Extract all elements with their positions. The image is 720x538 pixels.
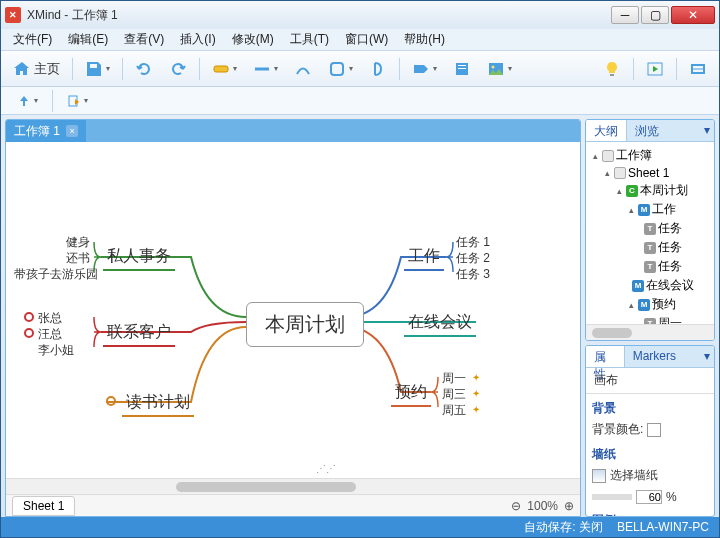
menubar: 文件(F) 编辑(E) 查看(V) 插入(I) 修改(M) 工具(T) 窗口(W… — [1, 29, 719, 51]
tree-toggle[interactable]: ▴ — [614, 186, 624, 196]
relationship-button[interactable] — [288, 56, 318, 82]
zoom-in-button[interactable]: ⊕ — [564, 499, 574, 513]
menu-view[interactable]: 查看(V) — [118, 29, 170, 50]
subtopic[interactable]: 任务 1 — [456, 234, 490, 251]
canvas-handle-icon[interactable]: ⋰⋰ — [316, 463, 336, 474]
topic-appointment[interactable]: 预约 — [391, 380, 431, 407]
star-marker-icon[interactable]: ✦ — [472, 404, 480, 415]
horizontal-scrollbar[interactable] — [6, 478, 580, 494]
svg-rect-4 — [458, 65, 466, 66]
home-button[interactable]: 主页 — [7, 56, 66, 82]
sheet-icon — [614, 167, 626, 179]
idea-button[interactable] — [597, 56, 627, 82]
maximize-button[interactable]: ▢ — [641, 6, 669, 24]
computer-name: BELLA-WIN7-PC — [617, 520, 709, 534]
sheet-tab[interactable]: Sheet 1 — [12, 496, 75, 516]
close-button[interactable]: ✕ — [671, 6, 715, 24]
subtopic[interactable]: 任务 2 — [456, 250, 490, 267]
note-button[interactable] — [447, 56, 477, 82]
subtopic[interactable]: 还书 — [66, 250, 90, 267]
subtopic[interactable]: 周一 — [442, 370, 466, 387]
topic-personal[interactable]: 私人事务 — [103, 244, 175, 271]
tab-markers[interactable]: Markers — [625, 346, 684, 367]
topic-button[interactable]: ▾ — [206, 56, 243, 82]
priority-marker-icon[interactable] — [24, 328, 34, 338]
redo-button[interactable] — [163, 56, 193, 82]
tab-properties[interactable]: 属性 — [586, 346, 625, 367]
svg-rect-8 — [610, 74, 614, 76]
marker-icon[interactable] — [106, 396, 116, 406]
save-icon — [85, 60, 103, 78]
star-marker-icon[interactable]: ✦ — [472, 372, 480, 383]
workbook-icon — [602, 150, 614, 162]
bg-section-label: 背景 — [592, 400, 708, 417]
subtopic[interactable]: 带孩子去游乐园 — [14, 266, 98, 283]
central-topic[interactable]: 本周计划 — [246, 302, 364, 347]
priority-marker-icon[interactable] — [24, 312, 34, 322]
central-node-icon: C — [626, 185, 638, 197]
main-toolbar: 主页 ▾ ▾ ▾ ▾ ▾ ▾ — [1, 51, 719, 87]
outline-scrollbar[interactable] — [586, 324, 714, 340]
subtopic[interactable]: 汪总 — [38, 326, 62, 343]
minimize-button[interactable]: ─ — [611, 6, 639, 24]
panel-menu-icon[interactable]: ▾ — [700, 120, 714, 141]
tree-toggle[interactable]: ▴ — [590, 151, 600, 161]
bulb-icon — [603, 60, 621, 78]
present-button[interactable] — [640, 56, 670, 82]
wallpaper-thumb-icon[interactable] — [592, 469, 606, 483]
canvas-panel: 工作簿 1 × — [5, 119, 581, 517]
tree-toggle[interactable]: ▴ — [602, 168, 612, 178]
menu-modify[interactable]: 修改(M) — [226, 29, 280, 50]
share-button[interactable] — [683, 56, 713, 82]
undo-icon — [135, 60, 153, 78]
drill-up-button[interactable]: ▾ — [11, 90, 44, 112]
undo-button[interactable] — [129, 56, 159, 82]
topic-contact[interactable]: 联系客户 — [103, 320, 175, 347]
subtopic-button[interactable]: ▾ — [247, 56, 284, 82]
subtopic[interactable]: 张总 — [38, 310, 62, 327]
subtopic[interactable]: 周五 — [442, 402, 466, 419]
tree-toggle[interactable]: ▴ — [626, 205, 636, 215]
tab-outline[interactable]: 大纲 — [586, 120, 627, 141]
bgcolor-swatch[interactable] — [647, 423, 661, 437]
zoom-level[interactable]: 100% — [527, 499, 558, 513]
export-button[interactable]: ▾ — [61, 90, 94, 112]
tree-toggle[interactable]: ▴ — [626, 300, 636, 310]
scrollbar-thumb[interactable] — [176, 482, 356, 492]
panel-menu-icon[interactable]: ▾ — [700, 346, 714, 367]
menu-help[interactable]: 帮助(H) — [398, 29, 451, 50]
select-wallpaper-button[interactable]: 选择墙纸 — [610, 467, 658, 484]
save-button[interactable]: ▾ — [79, 56, 116, 82]
relationship-icon — [294, 60, 312, 78]
titlebar: ✕ XMind - 工作簿 1 ─ ▢ ✕ — [1, 1, 719, 29]
tab-browse[interactable]: 浏览 — [627, 120, 667, 141]
statusbar: 自动保存: 关闭 BELLA-WIN7-PC — [1, 517, 719, 537]
subtopic[interactable]: 李小姐 — [38, 342, 74, 359]
opacity-slider[interactable] — [592, 494, 632, 500]
subtopic[interactable]: 健身 — [66, 234, 90, 251]
menu-window[interactable]: 窗口(W) — [339, 29, 394, 50]
tab-close-icon[interactable]: × — [66, 125, 78, 137]
menu-insert[interactable]: 插入(I) — [174, 29, 221, 50]
opacity-input[interactable] — [636, 490, 662, 504]
subtopic[interactable]: 周三 — [442, 386, 466, 403]
topic-meeting[interactable]: 在线会议 — [404, 310, 476, 337]
app-window: ✕ XMind - 工作簿 1 ─ ▢ ✕ 文件(F) 编辑(E) 查看(V) … — [0, 0, 720, 538]
star-marker-icon[interactable]: ✦ — [472, 388, 480, 399]
boundary-button[interactable]: ▾ — [322, 56, 359, 82]
subtopic-icon — [253, 60, 271, 78]
topic-reading[interactable]: 读书计划 — [122, 390, 194, 417]
menu-file[interactable]: 文件(F) — [7, 29, 58, 50]
mindmap-canvas[interactable]: 本周计划 私人事务 健身 还书 带孩子去游乐园 联系客户 张总 汪总 李小姐 读… — [6, 142, 580, 478]
autosave-status: 自动保存: 关闭 — [524, 519, 603, 536]
share-icon — [689, 60, 707, 78]
menu-tools[interactable]: 工具(T) — [284, 29, 335, 50]
topic-work[interactable]: 工作 — [404, 244, 444, 271]
summary-button[interactable] — [363, 56, 393, 82]
image-button[interactable]: ▾ — [481, 56, 518, 82]
workbook-tab[interactable]: 工作簿 1 × — [6, 120, 86, 143]
menu-edit[interactable]: 编辑(E) — [62, 29, 114, 50]
zoom-out-button[interactable]: ⊖ — [511, 499, 521, 513]
subtopic[interactable]: 任务 3 — [456, 266, 490, 283]
label-button[interactable]: ▾ — [406, 56, 443, 82]
